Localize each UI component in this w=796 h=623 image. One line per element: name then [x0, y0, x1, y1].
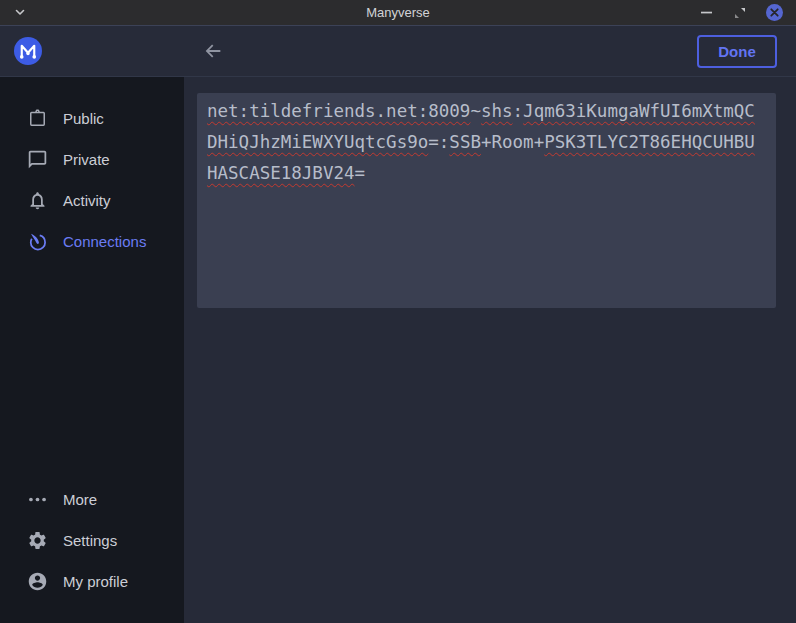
text-segment: ~ [470, 101, 481, 121]
bulletin-board-icon [27, 108, 48, 129]
sidebar-item-settings[interactable]: Settings [0, 520, 184, 561]
minimize-icon[interactable] [697, 4, 715, 22]
sidebar-bottom-group: MoreSettingsMy profile [0, 479, 184, 602]
sidebar-item-more[interactable]: More [0, 479, 184, 520]
window-menu-chevron-icon[interactable] [10, 3, 30, 23]
invite-code-line: HASCASE18JBV24= [207, 158, 766, 189]
chat-bubble-icon [27, 149, 48, 170]
manyverse-window: Manyverse [0, 0, 796, 623]
sidebar-item-label: Public [63, 110, 104, 127]
sidebar-item-label: Connections [63, 233, 146, 250]
gear-icon [27, 530, 48, 551]
text-segment: =: [428, 132, 449, 152]
sidebar-item-activity[interactable]: Activity [0, 180, 184, 221]
text-segment: : [513, 101, 524, 121]
misspelled-text-segment: PSK3TLYC2T86EHQCUHBU [544, 132, 755, 152]
sidebar-item-label: My profile [63, 573, 128, 590]
sidebar-item-connections[interactable]: Connections [0, 221, 184, 262]
text-segment: +Room+ [481, 132, 544, 152]
invite-code-line: net:tildefriends.net:8009~shs:Jqm63iKumg… [207, 96, 766, 127]
app-body: PublicPrivateActivityConnections MoreSet… [0, 77, 796, 623]
app-header: Done [0, 25, 796, 77]
text-segment: = [355, 163, 366, 183]
restore-icon[interactable] [731, 4, 749, 22]
invite-code-line: DHiQJhzMiEWXYUqtcGs9o=:SSB+Room+PSK3TLYC… [207, 127, 766, 158]
dial-icon [27, 231, 48, 252]
logo-zone [0, 37, 184, 65]
misspelled-text-segment: HASCASE18JBV24 [207, 163, 355, 183]
misspelled-text-segment: net:tildefriends.net:8009 [207, 101, 470, 121]
manyverse-logo-icon [14, 37, 42, 65]
sidebar-top-group: PublicPrivateActivityConnections [0, 98, 184, 262]
sidebar-item-my-profile[interactable]: My profile [0, 561, 184, 602]
invite-code-input[interactable]: net:tildefriends.net:8009~shs:Jqm63iKumg… [197, 93, 776, 308]
misspelled-text-segment: SSB [449, 132, 481, 152]
sidebar: PublicPrivateActivityConnections MoreSet… [0, 77, 184, 623]
content-area: net:tildefriends.net:8009~shs:Jqm63iKumg… [184, 77, 796, 623]
sidebar-item-private[interactable]: Private [0, 139, 184, 180]
back-arrow-icon[interactable] [195, 33, 231, 69]
person-circle-icon [27, 571, 48, 592]
bell-icon [27, 190, 48, 211]
window-controls [697, 4, 796, 22]
sidebar-item-label: Activity [63, 192, 111, 209]
misspelled-text-segment: Jqm63iKumgaWfUI6mXtmQC [523, 101, 755, 121]
done-button[interactable]: Done [697, 35, 777, 68]
dots-icon [27, 489, 48, 510]
window-title: Manyverse [0, 5, 796, 20]
sidebar-item-label: Settings [63, 532, 117, 549]
sidebar-item-label: More [63, 491, 97, 508]
close-icon[interactable] [765, 4, 783, 22]
sidebar-item-label: Private [63, 151, 110, 168]
sidebar-item-public[interactable]: Public [0, 98, 184, 139]
misspelled-text-segment: DHiQJhzMiEWXYUqtcGs9o [207, 132, 428, 152]
misspelled-text-segment: shs [481, 101, 513, 121]
titlebar: Manyverse [0, 0, 796, 25]
